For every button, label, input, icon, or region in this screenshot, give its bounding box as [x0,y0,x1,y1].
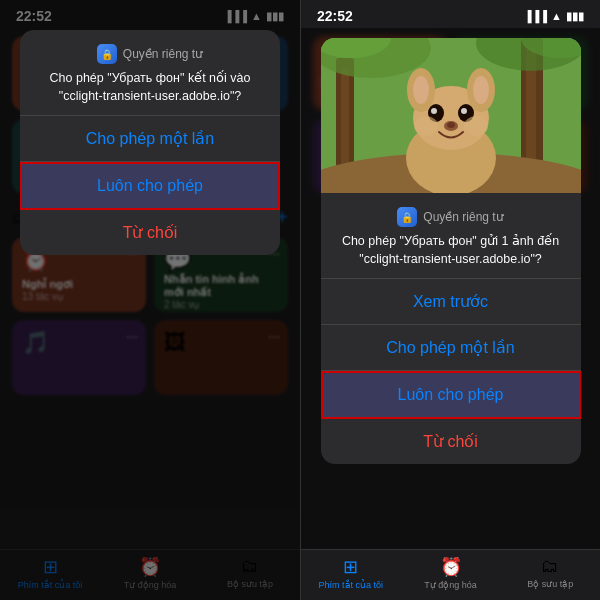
right-status-icons: ▐▐▐ ▲ ▮▮▮ [524,10,584,23]
svg-point-17 [447,122,455,128]
right-app-row: 🔒 Quyền riêng tư [337,207,565,227]
quokka-svg [321,38,581,193]
action-deny[interactable]: Từ chối [20,210,280,255]
left-dialog-overlay: 🔒 Quyền riêng tư Cho phép "Убрать фон" k… [0,0,300,600]
svg-point-11 [473,76,489,104]
dialog-app-row: 🔒 Quyền riêng tư [36,44,264,64]
tab-label-gallery: Bộ sưu tập [527,579,573,589]
tab-label-automation: Tự động hóa [424,580,477,590]
app-icon: 🔒 [97,44,117,64]
right-tab-my-shortcuts[interactable]: ⊞ Phím tắt của tôi [301,556,401,590]
right-action-once[interactable]: Cho phép một lần [321,325,581,371]
right-panel: 22:52 ▐▐▐ ▲ ▮▮▮ ⏰ Nghỉ ngơi13 tác vụ 💬 N… [300,0,600,600]
quokka-image [321,38,581,193]
tab-icon-shortcuts: ⊞ [343,556,358,578]
right-tab-bar: ⊞ Phím tắt của tôi ⏰ Tự động hóa 🗂 Bộ sư… [301,549,600,600]
action-always[interactable]: Luôn cho phép [20,162,280,210]
right-action-always[interactable]: Luôn cho phép [321,371,581,419]
right-action-deny[interactable]: Từ chối [321,419,581,464]
right-app-icon: 🔒 [397,207,417,227]
right-dialog-title: Cho phép "Убрать фон" gửi 1 ảnh đến "ccl… [337,233,565,268]
right-app-name: Quyền riêng tư [423,210,503,224]
svg-point-18 [414,116,438,136]
app-name: Quyền riêng tư [123,47,203,61]
right-time: 22:52 [317,8,353,24]
right-dialog-header: 🔒 Quyền riêng tư Cho phép "Убрать фон" g… [321,193,581,278]
right-status-bar: 22:52 ▐▐▐ ▲ ▮▮▮ [301,0,600,28]
tab-icon-automation: ⏰ [440,556,462,578]
right-tab-automation[interactable]: ⏰ Tự động hóa [401,556,501,590]
left-dialog-actions: Cho phép một lần Luôn cho phép Từ chối [20,115,280,255]
right-action-preview[interactable]: Xem trước [321,279,581,325]
svg-point-19 [464,116,488,136]
svg-point-15 [461,108,467,114]
left-dialog-header: 🔒 Quyền riêng tư Cho phép "Убрать фон" k… [20,30,280,115]
left-dialog-box: 🔒 Quyền riêng tư Cho phép "Убрать фон" k… [20,30,280,255]
tab-label-shortcuts: Phím tắt của tôi [319,580,384,590]
wifi-icon: ▲ [551,10,562,22]
svg-point-9 [413,76,429,104]
svg-rect-2 [341,68,349,168]
tab-icon-gallery: 🗂 [541,556,559,577]
svg-point-14 [431,108,437,114]
dialog-title: Cho phép "Убрать фон" kết nối vào "cclig… [36,70,264,105]
action-once[interactable]: Cho phép một lần [20,116,280,162]
signal-icon: ▐▐▐ [524,10,547,22]
left-panel: 22:52 ▐▐▐ ▲ ▮▮▮ ··· ✂️ Убрать фон 25 tác… [0,0,300,600]
battery-icon: ▮▮▮ [566,10,584,23]
right-dialog-actions: Xem trước Cho phép một lần Luôn cho phép… [321,278,581,464]
right-tab-gallery[interactable]: 🗂 Bộ sưu tập [500,556,600,590]
